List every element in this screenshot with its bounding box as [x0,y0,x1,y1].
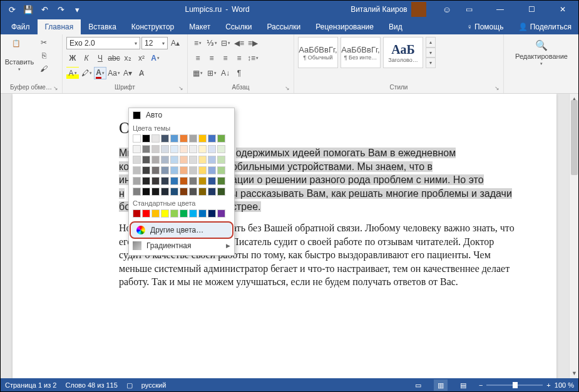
bullets[interactable]: ≡ [192,37,204,49]
style-heading1[interactable]: АаБ Заголово… [383,37,423,68]
tab-home[interactable]: Главная [38,19,81,34]
view-print[interactable]: ▥ [434,379,448,391]
decrease-indent[interactable]: ◀≡ [233,37,245,49]
editing-menu[interactable]: 🔍 Редактирование ▾ [508,37,575,69]
color-swatch[interactable] [161,188,169,196]
color-swatch[interactable] [142,188,150,196]
shrink-font[interactable]: A▾ [121,67,134,79]
color-swatch[interactable] [142,134,150,143]
color-swatch[interactable] [217,209,225,218]
format-painter[interactable]: 🖌 [38,63,50,74]
highlight-color[interactable]: 🖍 [80,67,93,79]
font-color-button[interactable]: A [94,67,106,79]
ribbon-display-options[interactable]: ▭ [455,0,483,19]
color-swatch[interactable] [151,134,160,143]
color-swatch[interactable] [198,188,207,196]
user-account[interactable]: Виталий Каиров [351,2,426,17]
status-language[interactable]: русский [141,381,166,389]
zoom-slider[interactable] [486,384,543,386]
color-swatch[interactable] [217,166,225,174]
color-swatch[interactable] [208,177,216,185]
tab-insert[interactable]: Вставка [81,19,124,34]
color-swatch[interactable] [198,156,207,164]
style-normal[interactable]: АаБбВвГг, ¶ Обычный [298,37,338,68]
sort[interactable]: A↓ [219,67,232,79]
color-swatch[interactable] [133,209,141,218]
color-swatch[interactable] [142,145,150,153]
align-left[interactable]: ≡ [192,52,204,64]
close-button[interactable]: ✕ [549,0,576,19]
color-swatch[interactable] [189,166,197,174]
color-swatch[interactable] [170,209,178,218]
redo-button[interactable]: ↷ [54,3,68,16]
color-swatch[interactable] [170,134,178,143]
tab-layout[interactable]: Макет [182,19,218,34]
color-swatch[interactable] [180,209,188,218]
more-colors[interactable]: Другие цвета… [131,223,232,238]
undo-button[interactable]: ↶ [38,3,51,16]
color-swatch[interactable] [217,188,225,196]
tab-design[interactable]: Конструктор [124,19,182,34]
font-highlight[interactable]: A [66,67,79,79]
color-swatch[interactable] [170,145,178,153]
color-swatch[interactable] [161,166,169,174]
color-swatch[interactable] [208,188,216,196]
color-swatch[interactable] [170,177,178,185]
color-swatch[interactable] [151,188,160,196]
color-swatch[interactable] [217,177,225,185]
color-auto[interactable]: Авто [129,108,234,122]
color-swatch[interactable] [189,156,197,164]
color-swatch[interactable] [161,177,169,185]
zoom-level[interactable]: 100 % [555,381,574,389]
color-swatch[interactable] [170,156,178,164]
font-launcher[interactable]: ↘ [178,85,183,91]
color-swatch[interactable] [189,209,197,218]
color-swatch[interactable] [189,188,197,196]
color-swatch[interactable] [142,156,150,164]
color-swatch[interactable] [217,156,225,164]
align-right[interactable]: ≡ [219,52,232,64]
tab-mailings[interactable]: Рассылки [259,19,308,34]
paste-button[interactable]: 📋 Вставить ▾ [4,37,35,84]
shading[interactable]: ▦ [192,67,204,79]
color-swatch[interactable] [208,145,216,153]
color-swatch[interactable] [189,177,197,185]
align-center[interactable]: ≡ [205,52,218,64]
color-swatch[interactable] [180,134,188,143]
color-swatch[interactable] [198,166,207,174]
font-size-combo[interactable]: 12▾ [141,37,168,49]
status-page[interactable]: Страница 1 из 2 [5,381,56,389]
numbering[interactable]: ⅓ [205,37,218,49]
paragraph-launcher[interactable]: ↘ [285,85,290,91]
color-swatch[interactable] [142,177,150,185]
color-swatch[interactable] [133,166,141,174]
color-swatch[interactable] [208,209,216,218]
tab-view[interactable]: Вид [381,19,410,34]
change-case[interactable]: Aa [108,67,120,79]
clear-formatting[interactable]: A̷ [135,67,148,79]
styles-gallery-more[interactable]: ▴▾▾ [426,37,436,68]
underline-button[interactable]: Ч [94,52,106,64]
view-read[interactable]: ▭ [411,379,425,391]
scroll-thumb[interactable] [571,100,578,175]
strikethrough-button[interactable]: abc [108,52,120,64]
save-button[interactable]: 💾 [21,3,35,16]
color-swatch[interactable] [151,156,160,164]
color-swatch[interactable] [189,134,197,143]
color-swatch[interactable] [161,209,169,218]
color-swatch[interactable] [133,134,141,143]
italic-button[interactable]: К [80,52,93,64]
color-swatch[interactable] [151,209,160,218]
maximize-button[interactable]: ☐ [518,0,545,19]
color-swatch[interactable] [208,156,216,164]
autosave-toggle[interactable]: ⟳ [5,3,19,16]
color-swatch[interactable] [217,145,225,153]
color-swatch[interactable] [180,188,188,196]
increase-indent[interactable]: ≡▶ [247,37,259,49]
color-swatch[interactable] [170,188,178,196]
color-swatch[interactable] [133,177,141,185]
bold-button[interactable]: Ж [66,52,79,64]
status-words[interactable]: Слово 48 из 115 [65,381,117,389]
zoom-out[interactable]: − [479,381,483,389]
tab-file[interactable]: Файл [4,19,38,34]
